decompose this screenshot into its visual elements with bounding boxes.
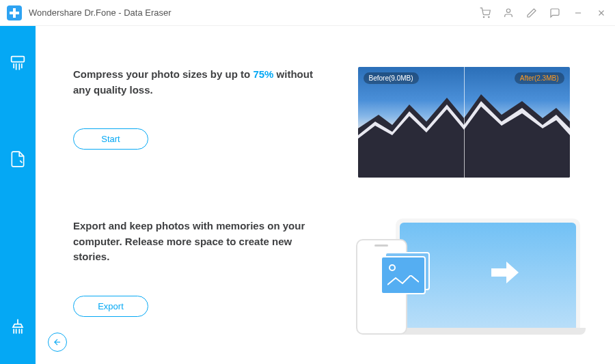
svg-rect-6 [12, 57, 25, 62]
start-button[interactable]: Start [73, 128, 148, 150]
sidebar-item-shredder[interactable] [8, 53, 28, 74]
minimize-icon[interactable] [571, 6, 585, 20]
export-heading: Export and keep photos with memories on … [73, 219, 319, 265]
cart-icon[interactable] [478, 6, 492, 20]
svg-point-2 [506, 9, 510, 12]
before-badge: Before(9.0MB) [364, 72, 419, 84]
content-area: Compress your photo sizes by up to 75% w… [36, 26, 615, 364]
app-logo [7, 5, 22, 20]
after-badge: After(2.3MB) [515, 72, 564, 84]
arrow-right-icon [491, 260, 519, 291]
back-button[interactable] [48, 333, 67, 352]
svg-point-1 [489, 16, 489, 17]
user-icon[interactable] [502, 6, 515, 20]
export-button[interactable]: Export [73, 296, 148, 317]
sidebar-item-cleaner[interactable] [8, 316, 28, 337]
app-title: Wondershare Dr.Fone - Data Eraser [29, 8, 172, 18]
export-illustration [348, 219, 580, 341]
sidebar [0, 26, 36, 364]
compress-heading: Compress your photo sizes by up to 75% w… [73, 67, 319, 98]
titlebar: Wondershare Dr.Fone - Data Eraser [0, 0, 615, 26]
svg-point-0 [483, 16, 484, 17]
titlebar-actions [478, 6, 608, 20]
sidebar-item-private-data[interactable] [8, 149, 28, 169]
export-section: Export and keep photos with memories on … [73, 219, 594, 341]
close-icon[interactable] [594, 6, 608, 20]
compress-section: Compress your photo sizes by up to 75% w… [73, 67, 594, 178]
edit-icon[interactable] [525, 6, 538, 20]
compress-compare-image: Before(9.0MB) After(2.3MB) [358, 67, 570, 178]
feedback-icon[interactable] [548, 6, 562, 20]
